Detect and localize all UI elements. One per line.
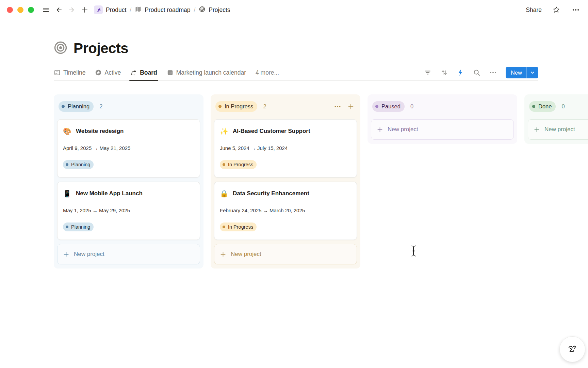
card-emoji-icon: 📱 [63, 189, 71, 198]
map-icon [135, 6, 142, 14]
view-tabs-bar: Timeline Active Board Marketing launch c… [54, 65, 538, 81]
close-window-button[interactable] [7, 7, 13, 13]
status-dot-icon [223, 163, 225, 166]
card-status-pill: In Progress [220, 223, 257, 231]
favorite-star-icon[interactable] [552, 5, 561, 15]
target-icon [199, 6, 206, 14]
status-dot-icon [66, 163, 68, 166]
tab-timeline[interactable]: Timeline [54, 65, 85, 80]
breadcrumb-label: Product [106, 6, 126, 14]
share-button[interactable]: Share [526, 6, 542, 14]
plus-icon [220, 251, 226, 258]
breadcrumb-item-product-roadmap[interactable]: Product roadmap [135, 6, 190, 14]
new-project-label: New project [231, 251, 261, 258]
card-date-range: June 5, 2024 → July 15, 2024 [220, 145, 351, 152]
project-card-ai-based-customer-support[interactable]: ✨AI-Based Customer SupportJune 5, 2024 →… [214, 119, 357, 178]
project-card-new-mobile-app-launch[interactable]: 📱New Mobile App LaunchMay 1, 2025 → May … [57, 182, 200, 240]
zoom-window-button[interactable] [28, 7, 34, 13]
tab-board[interactable]: Board [130, 65, 157, 80]
card-emoji-icon: 🎨 [63, 127, 71, 136]
breadcrumb: Product / Product roadmap / Projects [94, 5, 230, 14]
automation-lightning-icon[interactable] [456, 68, 464, 77]
new-project-button[interactable]: New project [57, 244, 200, 264]
sort-icon[interactable] [440, 68, 448, 77]
plus-icon [377, 126, 383, 133]
column-status-pill[interactable]: Planning [59, 101, 94, 112]
tab-label: Marketing launch calendar [176, 69, 246, 76]
status-dot-icon [218, 105, 222, 108]
column-status-label: In Progress [225, 103, 253, 110]
forward-arrow-icon[interactable] [67, 5, 77, 15]
column-header: Done0 [528, 101, 588, 112]
board-column-in-progress: In Progress2✨AI-Based Customer SupportJu… [211, 94, 360, 269]
new-project-label: New project [388, 126, 418, 133]
card-emoji-icon: 🔒 [220, 189, 228, 198]
status-dot-icon [66, 226, 68, 228]
card-title: Data Security Enhancement [233, 189, 309, 198]
new-project-label: New project [544, 126, 575, 133]
tab-marketing-launch-calendar[interactable]: Marketing launch calendar [167, 65, 246, 80]
more-options-icon[interactable] [571, 5, 581, 15]
breadcrumb-separator: / [129, 6, 132, 14]
plus-icon [63, 251, 69, 258]
ai-assistant-button[interactable] [559, 336, 585, 362]
column-status-pill[interactable]: Done [529, 101, 556, 112]
breadcrumb-label: Product roadmap [145, 6, 190, 14]
search-icon[interactable] [473, 68, 481, 77]
new-project-button[interactable]: New project [214, 244, 357, 264]
tab-label: Board [140, 69, 157, 76]
card-status-label: In Progress [228, 162, 253, 167]
card-title: Website redesign [76, 127, 124, 136]
sidebar-menu-icon[interactable] [41, 5, 51, 15]
new-button-group: New [506, 67, 538, 78]
tab-active[interactable]: Active [95, 65, 121, 80]
column-add-icon[interactable] [347, 103, 354, 110]
breadcrumb-item-projects[interactable]: Projects [199, 6, 230, 14]
project-card-data-security-enhancement[interactable]: 🔒Data Security EnhancementFebruary 24, 2… [214, 182, 357, 240]
star-circle-icon [95, 69, 102, 76]
new-project-button[interactable]: New project [371, 119, 514, 140]
board-column-planning: Planning2🎨Website redesignApril 9, 2025 … [54, 94, 203, 269]
card-status-pill: In Progress [220, 160, 257, 169]
new-button[interactable]: New [506, 67, 526, 78]
column-count: 2 [263, 103, 266, 110]
status-dot-icon [532, 105, 535, 108]
tab-label: Active [104, 69, 121, 76]
column-status-pill[interactable]: In Progress [215, 101, 257, 112]
column-header: Planning2 [57, 101, 200, 112]
card-emoji-icon: ✨ [220, 127, 228, 136]
column-header: In Progress2 [214, 101, 357, 112]
new-project-button[interactable]: New project [528, 119, 588, 140]
new-button-chevron-icon[interactable] [526, 67, 538, 78]
plus-icon [534, 126, 540, 133]
card-date-range: April 9, 2025 → May 21, 2025 [63, 145, 194, 152]
page-title: Projects [74, 40, 128, 57]
filter-icon[interactable] [424, 68, 432, 77]
product-page-icon [94, 5, 103, 14]
tab-more-views[interactable]: 4 more... [256, 65, 279, 80]
column-count: 2 [99, 103, 102, 110]
view-options-icon[interactable] [489, 68, 497, 77]
breadcrumb-item-product[interactable]: Product [94, 5, 126, 14]
column-status-pill[interactable]: Paused [372, 101, 405, 112]
board-column-paused: Paused0New project [368, 94, 517, 144]
page-target-icon [54, 41, 67, 56]
kanban-board: Planning2🎨Website redesignApril 9, 2025 … [0, 94, 588, 269]
back-arrow-icon[interactable] [54, 5, 64, 15]
column-count: 0 [410, 103, 413, 110]
minimize-window-button[interactable] [17, 7, 23, 13]
card-status-label: Planning [71, 224, 90, 230]
project-card-website-redesign[interactable]: 🎨Website redesignApril 9, 2025 → May 21,… [57, 119, 200, 178]
tab-label: Timeline [63, 69, 85, 76]
page-header: Projects [54, 40, 588, 57]
column-more-icon[interactable] [334, 103, 341, 110]
window-controls [7, 7, 34, 13]
card-status-pill: Planning [63, 223, 94, 231]
column-status-label: Paused [381, 103, 401, 110]
ai-face-icon [566, 343, 579, 356]
card-date-range: February 24, 2025 → March 20, 2025 [220, 207, 351, 214]
card-status-label: In Progress [228, 224, 253, 230]
card-status-label: Planning [71, 162, 90, 167]
status-dot-icon [223, 226, 225, 228]
new-page-plus-icon[interactable] [80, 5, 89, 15]
